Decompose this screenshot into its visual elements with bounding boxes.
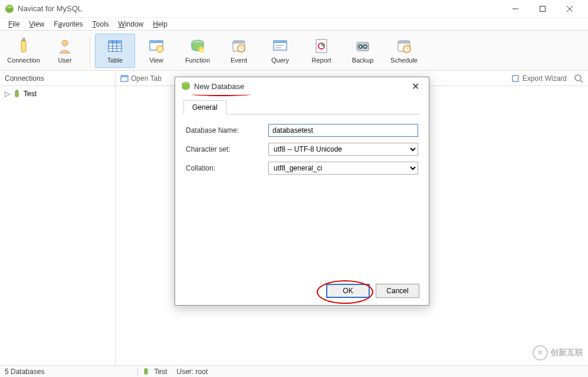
svg-rect-28 xyxy=(274,41,287,43)
svg-rect-6 xyxy=(21,40,26,52)
menu-file[interactable]: File xyxy=(4,19,24,29)
report-icon xyxy=(313,38,330,54)
toolbar-report-label: Report xyxy=(311,57,331,64)
toolbar-schedule-label: Schedule xyxy=(390,57,418,64)
svg-rect-39 xyxy=(398,41,410,44)
app-title: Navicat for MySQL xyxy=(18,4,82,13)
toolbar-event[interactable]: Event xyxy=(219,34,259,68)
svg-point-9 xyxy=(62,40,68,46)
svg-line-47 xyxy=(580,80,583,83)
view-icon xyxy=(148,38,165,54)
svg-point-46 xyxy=(575,75,581,81)
connection-plug-icon xyxy=(143,368,150,375)
toolbar-query-label: Query xyxy=(271,57,289,64)
svg-point-21 xyxy=(198,47,204,53)
label-collation: Collation: xyxy=(186,164,268,172)
ok-button[interactable]: OK xyxy=(326,284,370,298)
menu-help[interactable]: Help xyxy=(148,19,172,29)
connection-icon xyxy=(15,38,32,54)
svg-rect-48 xyxy=(15,91,18,97)
tree-expand-icon[interactable]: ▷ xyxy=(5,90,11,98)
toolbar-table[interactable]: Table xyxy=(95,34,135,68)
open-tab-button[interactable]: Open Tab xyxy=(120,74,162,83)
new-database-dialog: New Database ✕ General Database Name: Ch… xyxy=(175,77,429,306)
status-user: User: root xyxy=(172,368,213,376)
svg-rect-11 xyxy=(109,41,121,44)
toolbar-view[interactable]: View xyxy=(136,34,176,68)
toolbar-function[interactable]: Function xyxy=(178,34,218,68)
connections-header: Connections xyxy=(0,71,116,86)
toolbar-view-label: View xyxy=(149,57,163,64)
svg-rect-3 xyxy=(540,6,546,11)
menu-favorites[interactable]: Favorites xyxy=(49,19,87,29)
schedule-icon xyxy=(396,38,412,54)
select-character-set[interactable]: utf8 -- UTF-8 Unicode xyxy=(268,143,418,156)
export-icon xyxy=(512,74,520,83)
window-minimize-button[interactable] xyxy=(502,0,529,18)
toolbar-user-label: User xyxy=(58,57,71,64)
tree-item-test[interactable]: ▷ Test xyxy=(2,88,113,99)
query-icon xyxy=(272,38,288,54)
toolbar-user[interactable]: User xyxy=(45,34,85,68)
input-database-name[interactable] xyxy=(268,124,418,137)
tab-general[interactable]: General xyxy=(183,100,226,114)
connection-plug-icon xyxy=(13,90,21,98)
svg-point-36 xyxy=(360,45,362,47)
label-database-name: Database Name: xyxy=(186,126,268,135)
tree-item-label: Test xyxy=(24,90,37,98)
menu-window[interactable]: Window xyxy=(114,19,149,29)
connections-sidebar: ▷ Test xyxy=(0,86,116,365)
toolbar-event-label: Event xyxy=(231,57,247,64)
toolbar: Connection User Table View Function Even… xyxy=(0,31,588,71)
menu-view[interactable]: View xyxy=(24,19,49,29)
dialog-close-button[interactable]: ✕ xyxy=(408,81,423,92)
svg-rect-17 xyxy=(150,41,163,43)
table-icon xyxy=(107,38,123,54)
watermark: ✕ 创新互联 xyxy=(533,345,583,360)
status-connection: Test xyxy=(138,368,172,376)
svg-point-37 xyxy=(364,45,366,47)
svg-point-19 xyxy=(159,48,161,50)
export-wizard-label: Export Wizard xyxy=(523,74,567,83)
svg-rect-51 xyxy=(144,369,147,374)
toolbar-connection[interactable]: Connection xyxy=(4,34,44,68)
toolbar-connection-label: Connection xyxy=(7,57,40,64)
toolbar-report[interactable]: Report xyxy=(301,34,341,68)
table-small-icon xyxy=(120,74,129,83)
svg-rect-8 xyxy=(24,38,25,41)
select-collation[interactable]: utf8_general_ci xyxy=(268,162,418,175)
toolbar-query[interactable]: Query xyxy=(260,34,300,68)
svg-rect-44 xyxy=(121,76,128,77)
watermark-icon: ✕ xyxy=(533,345,548,360)
toolbar-separator xyxy=(90,37,90,65)
dialog-form: Database Name: Character set: utf8 -- UT… xyxy=(175,114,429,190)
toolbar-schedule[interactable]: Schedule xyxy=(384,34,424,68)
svg-point-1 xyxy=(6,6,12,8)
open-tab-label: Open Tab xyxy=(131,74,162,83)
watermark-text: 创新互联 xyxy=(550,348,583,358)
label-character-set: Character set: xyxy=(186,145,268,153)
toolbar-backup-label: Backup xyxy=(352,57,374,64)
toolbar-backup[interactable]: Backup xyxy=(343,34,383,68)
database-icon xyxy=(181,81,190,91)
statusbar: 5 Databases Test User: root xyxy=(0,365,588,377)
status-db-count: 5 Databases xyxy=(0,368,49,376)
svg-rect-50 xyxy=(17,90,18,91)
cancel-button[interactable]: Cancel xyxy=(376,284,419,298)
search-icon[interactable] xyxy=(574,74,583,83)
app-icon xyxy=(5,4,14,14)
window-close-button[interactable] xyxy=(556,0,583,18)
event-icon xyxy=(231,38,247,54)
svg-rect-7 xyxy=(22,38,24,41)
menubar: File View Favorites Tools Window Help xyxy=(0,18,588,31)
window-maximize-button[interactable] xyxy=(529,0,556,18)
svg-rect-49 xyxy=(16,90,17,91)
dialog-tabs: General xyxy=(183,100,421,114)
export-wizard-button[interactable]: Export Wizard xyxy=(512,74,567,83)
annotation-underline xyxy=(192,93,251,96)
menu-tools[interactable]: Tools xyxy=(88,19,114,29)
user-icon xyxy=(57,38,73,54)
toolbar-function-label: Function xyxy=(185,57,210,64)
function-icon xyxy=(189,38,206,54)
toolbar-table-label: Table xyxy=(107,57,123,64)
